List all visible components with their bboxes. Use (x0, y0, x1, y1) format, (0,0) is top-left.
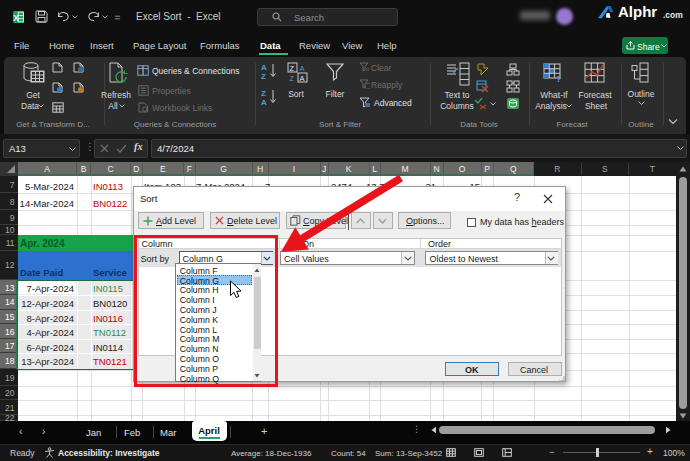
svg-text:A: A (261, 98, 267, 106)
svg-text:Z: Z (261, 72, 266, 80)
svg-text:A: A (300, 64, 305, 73)
svg-text:Z: Z (290, 64, 295, 73)
svg-text:Z: Z (290, 74, 295, 83)
svg-text:X: X (13, 12, 19, 22)
svg-text:A: A (300, 74, 305, 83)
svg-text:?: ? (556, 74, 562, 83)
